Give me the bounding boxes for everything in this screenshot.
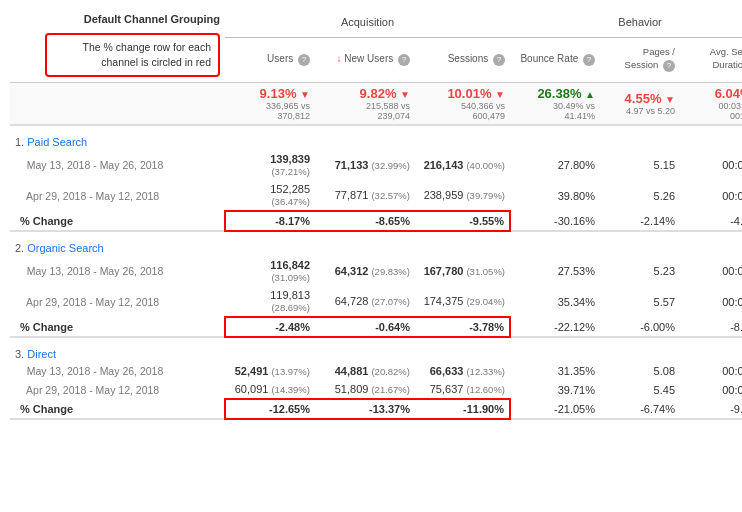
newusers-col-header: ↓ New Users ? — [315, 37, 415, 83]
row1-duration-0: 00:03:01 — [680, 150, 742, 180]
note-box: The % change row for each channel is cir… — [45, 33, 220, 77]
row2-pages-1: 5.57 — [600, 286, 680, 317]
date2-2: Apr 29, 2018 - May 12, 2018 — [10, 380, 225, 399]
row1-sessions-2: 66,633 (12.33%) — [415, 362, 510, 380]
change-newusers-0: -8.65% — [315, 211, 415, 231]
row2-duration-0: 00:03:09 — [680, 180, 742, 211]
row1-duration-1: 00:03:30 — [680, 256, 742, 286]
date-row2-2: Apr 29, 2018 - May 12, 2018 60,091 (14.3… — [10, 380, 742, 399]
row2-bounce-1: 35.34% — [510, 286, 600, 317]
info-icon-newusers[interactable]: ? — [398, 54, 410, 66]
channel-name-row-2: 3. Direct — [10, 337, 742, 362]
channel-name-cell-2: 3. Direct — [10, 337, 742, 362]
change-users-1: -2.48% — [225, 317, 315, 337]
info-icon-pages[interactable]: ? — [663, 60, 675, 72]
row1-pages-1: 5.23 — [600, 256, 680, 286]
change-pages-1: -6.00% — [600, 317, 680, 337]
row2-users-2: 60,091 (14.39%) — [225, 380, 315, 399]
channel-link-0[interactable]: Paid Search — [27, 136, 87, 148]
info-icon-sessions[interactable]: ? — [493, 54, 505, 66]
row2-bounce-2: 39.71% — [510, 380, 600, 399]
change-label-0: % Change — [10, 211, 225, 231]
summary-users: 9.13% ▼ 336,965 vs 370,812 — [225, 83, 315, 126]
row1-sessions-1: 167,780 (31.05%) — [415, 256, 510, 286]
date1-2: May 13, 2018 - May 26, 2018 — [10, 362, 225, 380]
behavior-header: Behavior — [510, 10, 742, 37]
row1-newusers-1: 64,312 (29.83%) — [315, 256, 415, 286]
row2-sessions-2: 75,637 (12.60%) — [415, 380, 510, 399]
channel-link-2[interactable]: Direct — [27, 348, 56, 360]
row2-pages-2: 5.45 — [600, 380, 680, 399]
date1-1: May 13, 2018 - May 26, 2018 — [10, 256, 225, 286]
summary-row: 9.13% ▼ 336,965 vs 370,812 9.82% ▼ 215,5… — [10, 83, 742, 126]
acquisition-header: Acquisition — [225, 10, 510, 37]
date2-0: Apr 29, 2018 - May 12, 2018 — [10, 180, 225, 211]
date-row2-0: Apr 29, 2018 - May 12, 2018 152,285 (36.… — [10, 180, 742, 211]
sessions-col-header: Sessions ? — [415, 37, 510, 83]
date1-0: May 13, 2018 - May 26, 2018 — [10, 150, 225, 180]
info-icon-users[interactable]: ? — [298, 54, 310, 66]
date-row1-1: May 13, 2018 - May 26, 2018 116,842 (31.… — [10, 256, 742, 286]
row2-newusers-1: 64,728 (27.07%) — [315, 286, 415, 317]
row1-newusers-2: 44,881 (20.82%) — [315, 362, 415, 380]
change-duration-2: -9.29% — [680, 399, 742, 419]
channel-name-cell-1: 2. Organic Search — [10, 231, 742, 256]
channel-name-row-1: 2. Organic Search — [10, 231, 742, 256]
duration-col-header: Avg. SessionDuration ? — [680, 37, 742, 83]
row2-newusers-0: 77,871 (32.57%) — [315, 180, 415, 211]
change-sessions-2: -11.90% — [415, 399, 510, 419]
row1-users-0: 139,839 (37.21%) — [225, 150, 315, 180]
row2-pages-0: 5.26 — [600, 180, 680, 211]
summary-bounce: 26.38% ▲ 30.49% vs 41.41% — [510, 83, 600, 126]
bouncerate-col-header: Bounce Rate ? — [510, 37, 600, 83]
change-pages-0: -2.14% — [600, 211, 680, 231]
date-row1-2: May 13, 2018 - May 26, 2018 52,491 (13.9… — [10, 362, 742, 380]
row2-sessions-0: 238,959 (39.79%) — [415, 180, 510, 211]
change-bounce-0: -30.16% — [510, 211, 600, 231]
users-col-header: Users ? — [225, 37, 315, 83]
channel-name-row-0: 1. Paid Search — [10, 125, 742, 150]
row1-sessions-0: 216,143 (40.00%) — [415, 150, 510, 180]
row2-duration-2: 00:03:22 — [680, 380, 742, 399]
summary-sessions: 10.01% ▼ 540,366 vs 600,479 — [415, 83, 510, 126]
row2-duration-1: 00:03:49 — [680, 286, 742, 317]
row2-sessions-1: 174,375 (29.04%) — [415, 286, 510, 317]
channel-name-cell-0: 1. Paid Search — [10, 125, 742, 150]
change-row-2: % Change -12.65% -13.37% -11.90% -21.05%… — [10, 399, 742, 419]
info-icon-bounce[interactable]: ? — [583, 54, 595, 66]
change-sessions-0: -9.55% — [415, 211, 510, 231]
change-newusers-2: -13.37% — [315, 399, 415, 419]
change-sessions-1: -3.78% — [415, 317, 510, 337]
date2-1: Apr 29, 2018 - May 12, 2018 — [10, 286, 225, 317]
row1-bounce-2: 31.35% — [510, 362, 600, 380]
row2-newusers-2: 51,809 (21.67%) — [315, 380, 415, 399]
change-users-2: -12.65% — [225, 399, 315, 419]
summary-duration: 6.04% ▼ 00:03:03 vs 00:03:14 — [680, 83, 742, 126]
date-row2-1: Apr 29, 2018 - May 12, 2018 119,813 (28.… — [10, 286, 742, 317]
summary-newusers: 9.82% ▼ 215,588 vs 239,074 — [315, 83, 415, 126]
change-newusers-1: -0.64% — [315, 317, 415, 337]
row1-duration-2: 00:03:04 — [680, 362, 742, 380]
row1-bounce-0: 27.80% — [510, 150, 600, 180]
change-row-1: % Change -2.48% -0.64% -3.78% -22.12% -6… — [10, 317, 742, 337]
row1-pages-2: 5.08 — [600, 362, 680, 380]
row1-newusers-0: 71,133 (32.99%) — [315, 150, 415, 180]
row1-pages-0: 5.15 — [600, 150, 680, 180]
row2-users-1: 119,813 (28.69%) — [225, 286, 315, 317]
change-duration-1: -8.32% — [680, 317, 742, 337]
change-pages-2: -6.74% — [600, 399, 680, 419]
summary-channel-cell — [10, 83, 225, 126]
change-duration-0: -4.28% — [680, 211, 742, 231]
summary-pages: 4.55% ▼ 4.97 vs 5.20 — [600, 83, 680, 126]
change-bounce-1: -22.12% — [510, 317, 600, 337]
row1-bounce-1: 27.53% — [510, 256, 600, 286]
change-label-2: % Change — [10, 399, 225, 419]
channel-link-1[interactable]: Organic Search — [27, 242, 103, 254]
change-bounce-2: -21.05% — [510, 399, 600, 419]
change-users-0: -8.17% — [225, 211, 315, 231]
row2-bounce-0: 39.80% — [510, 180, 600, 211]
date-row1-0: May 13, 2018 - May 26, 2018 139,839 (37.… — [10, 150, 742, 180]
channel-group-label: Default Channel Grouping — [15, 13, 220, 25]
channel-tbody: 1. Paid Search May 13, 2018 - May 26, 20… — [10, 125, 742, 419]
change-label-1: % Change — [10, 317, 225, 337]
